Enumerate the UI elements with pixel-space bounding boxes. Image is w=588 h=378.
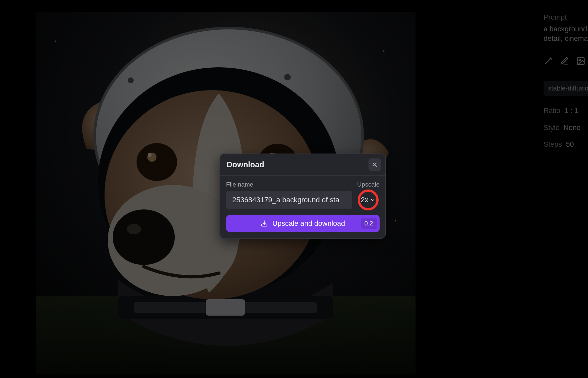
- download-cost-badge: 0.2: [361, 218, 377, 229]
- download-icon: [261, 220, 268, 227]
- filename-input[interactable]: [226, 191, 352, 209]
- svg-point-17: [148, 153, 152, 157]
- style-value: None: [564, 123, 581, 133]
- redo-icon[interactable]: [544, 57, 553, 66]
- download-dialog: Download File name Upscale 2x Upscale an…: [220, 154, 386, 239]
- ratio-row: Ratio 1 : 1: [544, 106, 588, 116]
- download-button-label: Upscale and download: [272, 219, 345, 228]
- svg-point-3: [395, 220, 396, 222]
- image-icon[interactable]: [576, 57, 585, 66]
- upscale-select[interactable]: 2x: [357, 191, 380, 209]
- ratio-value: 1 : 1: [564, 106, 578, 116]
- style-row: Style None: [544, 123, 588, 133]
- upscale-label: Upscale: [357, 181, 380, 188]
- svg-point-2: [383, 50, 384, 52]
- steps-value: 50: [566, 140, 574, 149]
- steps-label: Steps: [544, 140, 562, 149]
- upscale-value: 2x: [361, 196, 368, 204]
- filename-label: File name: [226, 181, 253, 188]
- svg-point-21: [284, 74, 291, 80]
- ratio-label: Ratio: [544, 106, 560, 116]
- close-button[interactable]: [368, 158, 381, 171]
- svg-point-15: [137, 143, 177, 181]
- chevron-down-icon: [370, 197, 376, 203]
- sidebar-action-icons: [544, 57, 588, 66]
- upscale-download-button[interactable]: Upscale and download 0.2: [226, 215, 380, 232]
- prompt-text: a background detail, cinema: [544, 24, 588, 43]
- svg-point-23: [128, 77, 134, 83]
- dialog-body: File name Upscale 2x Upscale and downloa…: [220, 176, 385, 238]
- model-tag[interactable]: stable-diffusion: [544, 81, 588, 96]
- style-label: Style: [544, 123, 560, 133]
- steps-row: Steps 50: [544, 140, 588, 149]
- edit-icon[interactable]: [560, 57, 569, 66]
- dialog-title: Download: [227, 160, 264, 169]
- svg-point-13: [113, 209, 175, 265]
- svg-rect-10: [206, 299, 245, 316]
- svg-point-14: [127, 224, 141, 234]
- info-sidebar: Prompt a background detail, cinema stabl…: [542, 0, 588, 378]
- dialog-header: Download: [220, 154, 385, 176]
- svg-point-25: [579, 59, 580, 61]
- prompt-label: Prompt: [544, 12, 588, 22]
- svg-point-4: [55, 41, 56, 42]
